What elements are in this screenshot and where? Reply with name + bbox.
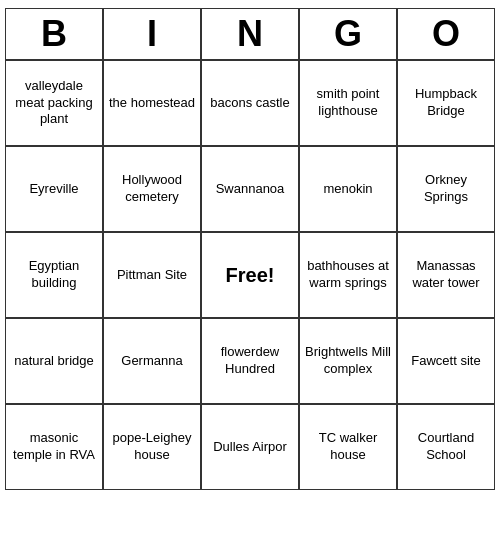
bingo-cell[interactable]: bathhouses at warm springs <box>299 232 397 318</box>
bingo-cell[interactable]: Swannanoa <box>201 146 299 232</box>
bingo-cell[interactable]: Fawcett site <box>397 318 495 404</box>
bingo-cell[interactable]: Humpback Bridge <box>397 60 495 146</box>
bingo-cell[interactable]: Courtland School <box>397 404 495 490</box>
header-letter: O <box>397 8 495 60</box>
bingo-cell[interactable]: Egyptian building <box>5 232 103 318</box>
bingo-cell[interactable]: pope-Leighey house <box>103 404 201 490</box>
bingo-cell[interactable]: menokin <box>299 146 397 232</box>
bingo-row: masonic temple in RVApope-Leighey houseD… <box>5 404 495 490</box>
header-letter: N <box>201 8 299 60</box>
bingo-cell[interactable]: the homestead <box>103 60 201 146</box>
bingo-cell[interactable]: Dulles Airpor <box>201 404 299 490</box>
bingo-header: BINGO <box>5 8 495 60</box>
bingo-row: EyrevilleHollywood cemeterySwannanoameno… <box>5 146 495 232</box>
bingo-cell[interactable]: bacons castle <box>201 60 299 146</box>
bingo-cell[interactable]: masonic temple in RVA <box>5 404 103 490</box>
bingo-cell[interactable]: Manassas water tower <box>397 232 495 318</box>
bingo-row: valleydale meat packing plantthe homeste… <box>5 60 495 146</box>
bingo-cell[interactable]: Orkney Springs <box>397 146 495 232</box>
bingo-cell[interactable]: Pittman Site <box>103 232 201 318</box>
bingo-cell[interactable]: Germanna <box>103 318 201 404</box>
bingo-cell[interactable]: Brightwells Mill complex <box>299 318 397 404</box>
header-letter: B <box>5 8 103 60</box>
header-letter: G <box>299 8 397 60</box>
bingo-cell[interactable]: valleydale meat packing plant <box>5 60 103 146</box>
bingo-grid: valleydale meat packing plantthe homeste… <box>5 60 495 490</box>
bingo-cell[interactable]: Free! <box>201 232 299 318</box>
bingo-cell[interactable]: Hollywood cemetery <box>103 146 201 232</box>
bingo-row: natural bridgeGermannaflowerdew HundredB… <box>5 318 495 404</box>
bingo-cell[interactable]: Eyreville <box>5 146 103 232</box>
bingo-cell[interactable]: smith point lighthouse <box>299 60 397 146</box>
bingo-cell[interactable]: TC walker house <box>299 404 397 490</box>
bingo-row: Egyptian buildingPittman SiteFree!bathho… <box>5 232 495 318</box>
header-letter: I <box>103 8 201 60</box>
bingo-cell[interactable]: natural bridge <box>5 318 103 404</box>
bingo-cell[interactable]: flowerdew Hundred <box>201 318 299 404</box>
bingo-card: BINGO valleydale meat packing plantthe h… <box>5 8 495 490</box>
